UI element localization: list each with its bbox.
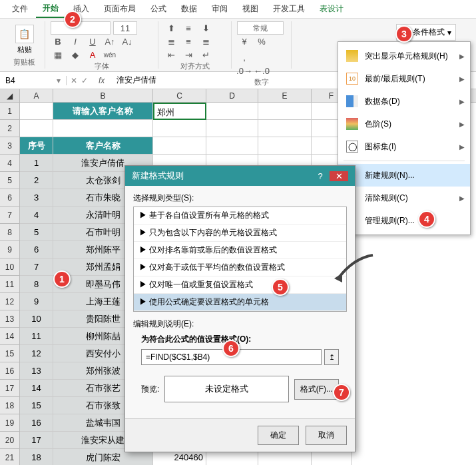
cell-num[interactable]: 1 — [20, 155, 53, 172]
bold-icon[interactable]: B — [51, 35, 65, 48]
cell-num[interactable]: 17 — [20, 432, 53, 449]
row-header[interactable]: 18 — [0, 397, 20, 414]
font-color-icon[interactable]: A — [85, 48, 100, 61]
row-header[interactable]: 6 — [0, 189, 20, 207]
dialog-titlebar[interactable]: 新建格式规则 ? ✕ — [125, 166, 355, 186]
select-all-corner[interactable]: ◢ — [0, 89, 20, 102]
align-top-icon[interactable]: ⬆ — [164, 21, 178, 35]
cell[interactable] — [258, 103, 312, 120]
rule-type-option[interactable]: ▶ 仅对排名靠前或靠后的数值设置格式 — [134, 242, 346, 259]
indent-inc-icon[interactable]: ⇥ — [181, 48, 196, 61]
row-header[interactable]: 14 — [0, 328, 20, 345]
menu-formula[interactable]: 公式 — [144, 1, 173, 17]
align-middle-icon[interactable]: ≡ — [181, 21, 196, 35]
align-left-icon[interactable]: ≣ — [164, 35, 178, 48]
rule-type-option-selected[interactable]: ▶ 使用公式确定要设置格式的单元格 — [134, 294, 346, 311]
indent-dec-icon[interactable]: ⇤ — [164, 48, 178, 61]
phonetic-icon[interactable]: wén — [103, 48, 117, 61]
row-header[interactable]: 8 — [0, 224, 20, 241]
row-header[interactable]: 3 — [0, 137, 20, 155]
cancel-edit-icon[interactable]: ✕ — [71, 76, 77, 85]
cell-num[interactable]: 7 — [20, 258, 53, 276]
header-name[interactable]: 客户名称 — [53, 137, 153, 155]
decrease-decimal-icon[interactable]: ←.0 — [254, 64, 269, 77]
row-header[interactable]: 7 — [0, 207, 20, 224]
comma-icon[interactable]: , — [237, 51, 252, 64]
row-header[interactable]: 4 — [0, 155, 20, 172]
cell[interactable] — [153, 120, 206, 137]
cell[interactable] — [20, 103, 53, 120]
menu-data[interactable]: 数据 — [174, 1, 204, 17]
row-header[interactable]: 13 — [0, 310, 20, 328]
menu-layout[interactable]: 页面布局 — [97, 1, 142, 17]
align-bottom-icon[interactable]: ⬇ — [198, 21, 213, 35]
cell-num[interactable]: 16 — [20, 414, 53, 432]
menu-icon-sets[interactable]: ◯图标集(I)▶ — [338, 135, 470, 158]
menu-clear-rules[interactable]: ⊟清除规则(C)▶ — [338, 187, 470, 209]
search-prompt-cell[interactable]: 请输入客户名称 — [53, 103, 153, 120]
cell[interactable] — [258, 137, 312, 155]
number-format-select[interactable]: 常规 — [237, 21, 284, 35]
align-center-icon[interactable]: ≡ — [181, 35, 196, 48]
row-header[interactable]: 10 — [0, 258, 20, 276]
menu-color-scales[interactable]: 色阶(S)▶ — [338, 113, 470, 135]
font-size-select[interactable]: 11 — [113, 21, 137, 35]
cell-num[interactable]: 8 — [20, 276, 53, 293]
confirm-edit-icon[interactable]: ✓ — [81, 76, 88, 85]
cell-num[interactable]: 15 — [20, 397, 53, 414]
menu-data-bars[interactable]: 数据条(D)▶ — [338, 90, 470, 113]
percent-icon[interactable]: % — [254, 35, 269, 48]
font-grow-icon[interactable]: A↑ — [103, 35, 117, 48]
row-header[interactable]: 16 — [0, 362, 20, 380]
row-header[interactable]: 12 — [0, 293, 20, 310]
menu-review[interactable]: 审阅 — [205, 1, 234, 17]
col-header-c[interactable]: C — [153, 89, 206, 102]
cancel-button[interactable]: 取消 — [306, 426, 347, 445]
cell-num[interactable]: 6 — [20, 241, 53, 258]
rule-type-option[interactable]: ▶ 只为包含以下内容的单元格设置格式 — [134, 225, 346, 242]
menu-home[interactable]: 开始 — [36, 0, 65, 18]
row-header[interactable]: 21 — [0, 449, 20, 465]
cell-num[interactable]: 3 — [20, 189, 53, 207]
cell[interactable] — [20, 120, 53, 137]
name-box[interactable]: B4▾ — [0, 76, 67, 85]
close-icon[interactable]: ✕ — [330, 171, 348, 181]
row-header[interactable]: 19 — [0, 414, 20, 432]
rule-type-option[interactable]: ▶ 基于各自值设置所有单元格的格式 — [134, 207, 346, 225]
row-header[interactable]: 1 — [0, 103, 20, 120]
col-header-b[interactable]: B — [53, 89, 153, 102]
menu-highlight-rules[interactable]: 突出显示单元格规则(H)▶ — [338, 45, 470, 67]
cell-num[interactable]: 4 — [20, 207, 53, 224]
rule-type-option[interactable]: ▶ 仅对唯一值或重复值设置格式 — [134, 276, 346, 294]
cell[interactable] — [53, 120, 153, 137]
fill-color-icon[interactable]: ◆ — [68, 48, 83, 61]
menu-file[interactable]: 文件 — [5, 1, 35, 17]
header-num[interactable]: 序号 — [20, 137, 53, 155]
col-header-a[interactable]: A — [20, 89, 53, 102]
row-header[interactable]: 20 — [0, 432, 20, 449]
row-header[interactable]: 2 — [0, 120, 20, 137]
cell[interactable] — [258, 120, 312, 137]
row-header[interactable]: 5 — [0, 172, 20, 189]
currency-icon[interactable]: ¥ — [237, 35, 252, 48]
cell[interactable] — [206, 120, 258, 137]
font-shrink-icon[interactable]: A↓ — [120, 35, 134, 48]
col-header-e[interactable]: E — [258, 89, 312, 102]
row-header[interactable]: 17 — [0, 380, 20, 397]
cell-num[interactable]: 10 — [20, 310, 53, 328]
cell[interactable] — [206, 137, 258, 155]
cell-num[interactable]: 2 — [20, 172, 53, 189]
col-header-d[interactable]: D — [206, 89, 258, 102]
menu-view[interactable]: 视图 — [236, 1, 265, 17]
cell[interactable] — [153, 137, 206, 155]
menu-top-bottom-rules[interactable]: 10最前/最后规则(T)▶ — [338, 67, 470, 90]
wrap-icon[interactable]: ↵ — [198, 48, 213, 61]
row-header[interactable]: 11 — [0, 276, 20, 293]
range-select-button[interactable]: ↥ — [324, 349, 339, 365]
fx-icon[interactable]: fx — [92, 76, 111, 85]
cell-num[interactable]: 5 — [20, 224, 53, 241]
cell-num[interactable]: 13 — [20, 362, 53, 380]
italic-icon[interactable]: I — [68, 35, 83, 48]
align-right-icon[interactable]: ≣ — [198, 35, 213, 48]
underline-icon[interactable]: U — [85, 35, 100, 48]
